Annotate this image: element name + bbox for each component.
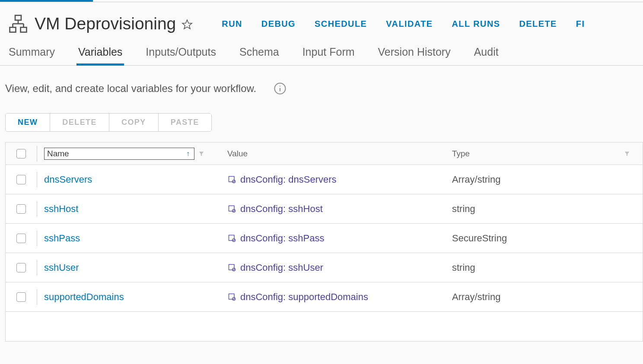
column-separator — [37, 201, 37, 217]
config-value-link[interactable]: dnsConfig: supportedDomains — [227, 291, 368, 303]
svg-point-16 — [232, 209, 236, 212]
sort-ascending-icon: ↑ — [186, 150, 190, 158]
variable-type: string — [452, 203, 475, 215]
table-row: sshHost dnsConfig: sshHost string — [6, 194, 643, 224]
svg-point-14 — [232, 180, 236, 183]
tab-audit[interactable]: Audit — [474, 46, 499, 65]
column-separator — [37, 289, 37, 305]
paste-button: PASTE — [159, 114, 211, 131]
row-checkbox[interactable] — [16, 292, 26, 302]
page-title: VM Deprovisioning — [35, 14, 176, 33]
action-bar: RUN DEBUG SCHEDULE VALIDATE ALL RUNS DEL… — [222, 19, 585, 29]
row-checkbox[interactable] — [16, 263, 26, 272]
config-element-icon — [227, 175, 237, 184]
variable-type: Array/string — [452, 291, 500, 303]
config-value-link[interactable]: dnsConfig: sshPass — [227, 233, 324, 244]
action-run[interactable]: RUN — [222, 19, 242, 29]
action-delete[interactable]: DELETE — [519, 19, 557, 29]
svg-point-18 — [232, 238, 236, 241]
variable-toolbar: NEW DELETE COPY PASTE — [5, 113, 212, 132]
svg-rect-2 — [21, 27, 27, 32]
table-row: supportedDomains dnsConfig: supportedDom… — [6, 282, 643, 312]
action-schedule[interactable]: SCHEDULE — [315, 19, 367, 29]
svg-marker-7 — [182, 20, 192, 29]
favorite-star-icon[interactable] — [181, 19, 193, 31]
config-element-icon — [227, 204, 237, 214]
variable-name-link[interactable]: sshHost — [44, 203, 78, 215]
action-validate[interactable]: VALIDATE — [386, 19, 433, 29]
svg-marker-11 — [199, 152, 204, 155]
svg-point-10 — [280, 85, 280, 86]
svg-marker-12 — [625, 152, 630, 155]
row-checkbox[interactable] — [16, 204, 26, 214]
table-row: dnsServers dnsConfig: dnsServers Array/s… — [6, 165, 643, 194]
select-all-checkbox[interactable] — [16, 149, 26, 158]
svg-rect-21 — [229, 294, 235, 299]
column-header-name-label: Name — [47, 149, 69, 158]
delete-button: DELETE — [50, 114, 109, 131]
svg-rect-1 — [10, 27, 16, 32]
column-header-type[interactable]: Type — [452, 149, 470, 158]
action-debug[interactable]: DEBUG — [261, 19, 296, 29]
variable-name-link[interactable]: dnsServers — [44, 174, 92, 185]
tab-summary[interactable]: Summary — [9, 46, 55, 65]
svg-rect-19 — [229, 264, 235, 270]
column-separator — [37, 260, 37, 275]
svg-point-22 — [232, 297, 236, 300]
config-element-icon — [227, 263, 237, 272]
table-row: sshPass dnsConfig: sshPass SecureString — [6, 224, 643, 253]
config-element-icon — [227, 234, 237, 243]
variable-name-link[interactable]: supportedDomains — [44, 291, 124, 303]
config-value-link[interactable]: dnsConfig: sshHost — [227, 203, 323, 215]
config-value-text: dnsConfig: sshHost — [240, 203, 323, 215]
grid-header-row: Name ↑ Value Type — [6, 142, 643, 165]
column-separator — [37, 172, 37, 187]
page-header: VM Deprovisioning RUN DEBUG SCHEDULE VAL… — [0, 0, 643, 35]
tab-variables[interactable]: Variables — [78, 46, 122, 65]
column-header-value[interactable]: Value — [227, 149, 248, 158]
tab-version-history[interactable]: Version History — [378, 46, 451, 65]
config-value-text: dnsConfig: dnsServers — [240, 174, 337, 185]
variable-type: string — [452, 262, 475, 273]
column-separator — [37, 231, 37, 246]
config-element-icon — [227, 292, 237, 302]
action-all-runs[interactable]: ALL RUNS — [452, 19, 500, 29]
tab-schema[interactable]: Schema — [239, 46, 279, 65]
description-row: View, edit, and create local variables f… — [0, 66, 643, 95]
row-checkbox[interactable] — [16, 175, 26, 184]
description-text: View, edit, and create local variables f… — [5, 82, 256, 95]
tab-bar: Summary Variables Inputs/Outputs Schema … — [0, 35, 643, 66]
svg-rect-17 — [229, 235, 235, 241]
new-button[interactable]: NEW — [6, 114, 50, 131]
filter-icon[interactable] — [198, 150, 205, 157]
column-separator — [37, 146, 37, 161]
info-icon[interactable] — [274, 82, 286, 95]
variables-grid: Name ↑ Value Type dnsServers — [5, 142, 643, 342]
filter-icon[interactable] — [624, 150, 630, 157]
tab-inputs-outputs[interactable]: Inputs/Outputs — [146, 46, 216, 65]
variable-type: SecureString — [452, 233, 507, 244]
config-value-text: dnsConfig: supportedDomains — [240, 291, 368, 303]
svg-point-20 — [232, 268, 236, 271]
config-value-text: dnsConfig: sshUser — [240, 262, 323, 273]
variable-name-link[interactable]: sshPass — [44, 233, 80, 244]
workflow-icon — [7, 13, 29, 35]
column-header-name-sort[interactable]: Name ↑ — [44, 148, 194, 160]
row-checkbox[interactable] — [16, 234, 26, 243]
variable-name-link[interactable]: sshUser — [44, 262, 79, 273]
config-value-text: dnsConfig: sshPass — [240, 233, 324, 244]
table-row: sshUser dnsConfig: sshUser string — [6, 253, 643, 282]
svg-rect-15 — [229, 206, 235, 211]
config-value-link[interactable]: dnsConfig: sshUser — [227, 262, 323, 273]
top-divider — [0, 2, 643, 2]
copy-button: COPY — [109, 114, 159, 131]
action-fi-truncated[interactable]: FI — [576, 19, 585, 29]
svg-rect-13 — [229, 176, 235, 182]
tab-input-form[interactable]: Input Form — [302, 46, 355, 65]
grid-empty-row — [6, 312, 643, 341]
svg-rect-0 — [15, 16, 21, 20]
variable-type: Array/string — [452, 174, 500, 185]
config-value-link[interactable]: dnsConfig: dnsServers — [227, 174, 337, 185]
